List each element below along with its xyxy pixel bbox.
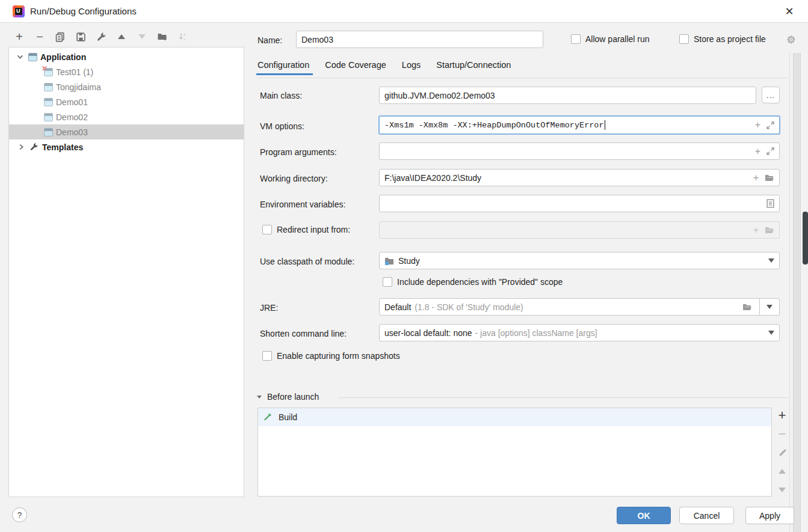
vm-options-input[interactable]: -Xms1m -Xmx8m -XX:+HeapDumpOnOutOfMemory… — [378, 115, 780, 135]
title-bar: Run/Debug Configurations ✕ — [0, 0, 808, 23]
before-launch-header[interactable]: Before launch — [256, 392, 319, 402]
application-icon — [44, 128, 53, 136]
shorten-command-line-dropdown[interactable]: user-local default: none - java [options… — [379, 324, 780, 341]
expand-editor-icon[interactable] — [766, 121, 774, 129]
environment-variables-label: Environment variables: — [260, 199, 345, 210]
intellij-logo-icon — [13, 5, 25, 17]
svg-text:z: z — [183, 37, 185, 41]
before-launch-list: Build — [258, 408, 772, 497]
application-icon — [44, 98, 53, 106]
vertical-scrollbar-thumb[interactable] — [803, 212, 808, 264]
chevron-down-icon[interactable] — [768, 258, 774, 263]
jre-dropdown[interactable]: Default (1.8 - SDK of 'Study' module) — [379, 298, 780, 316]
hammer-icon — [263, 412, 273, 422]
dialog-title: Run/Debug Configurations — [30, 6, 137, 16]
configurations-tree: Application ✕ Test01 (1) Tongjidaima Dem… — [8, 47, 244, 497]
gear-icon[interactable] — [786, 35, 796, 47]
tree-item-tongjidaima[interactable]: Tongjidaima — [9, 79, 244, 94]
main-class-input[interactable]: github.JVM.Demo02.Demo03 — [379, 87, 756, 104]
chevron-down-icon[interactable] — [760, 305, 779, 309]
macro-plus-icon[interactable]: + — [753, 173, 759, 183]
checkbox-box[interactable] — [571, 34, 581, 44]
classpath-module-dropdown[interactable]: Study — [379, 252, 780, 269]
before-launch-separator — [338, 397, 789, 398]
checkbox-box[interactable] — [383, 277, 392, 287]
browse-variables-icon[interactable] — [766, 199, 774, 208]
provided-scope-checkbox[interactable]: Include dependencies with "Provided" sco… — [383, 277, 563, 287]
remove-task-icon: − — [776, 429, 788, 439]
tree-item-templates[interactable]: Templates — [9, 139, 244, 154]
save-configuration-icon[interactable] — [75, 31, 87, 43]
vm-options-label: VM options: — [260, 121, 304, 132]
name-input[interactable]: Demo03 — [296, 31, 543, 48]
new-folder-icon[interactable] — [156, 31, 168, 43]
move-down-icon — [136, 31, 148, 43]
ok-button[interactable]: OK — [617, 507, 671, 524]
tree-item-demo02[interactable]: Demo02 — [9, 109, 244, 124]
tab-configuration[interactable]: Configuration — [258, 60, 309, 75]
collapse-triangle-icon[interactable] — [256, 394, 262, 400]
application-icon: ✕ — [44, 68, 53, 76]
content-right-separator — [789, 53, 790, 532]
add-configuration-icon[interactable]: + — [13, 31, 25, 43]
store-as-project-file-checkbox[interactable]: Store as project file — [679, 34, 766, 44]
cancel-button[interactable]: Cancel — [679, 507, 734, 524]
tabs-separator — [258, 78, 789, 78]
vertical-scrollbar-track[interactable] — [793, 53, 801, 532]
configurations-toolbar: + − az — [13, 28, 189, 46]
templates-wrench-icon — [29, 142, 39, 151]
jre-label: JRE: — [260, 302, 278, 313]
tree-item-demo03-selected[interactable]: Demo03 — [9, 124, 244, 139]
text-cursor — [605, 120, 605, 130]
configuration-tabs: Configuration Code Coverage Logs Startup… — [258, 60, 511, 75]
working-directory-input[interactable]: F:\java\IDEA2020.2\Study + — [379, 169, 780, 186]
expand-value-plus-icon[interactable]: + — [755, 147, 760, 156]
tab-code-coverage[interactable]: Code Coverage — [325, 60, 386, 75]
main-class-label: Main class: — [260, 90, 302, 101]
close-icon[interactable]: ✕ — [782, 4, 797, 19]
expand-value-plus-icon[interactable]: + — [755, 120, 760, 130]
edit-task-pencil-icon — [776, 447, 788, 458]
module-icon — [384, 257, 394, 265]
environment-variables-input[interactable] — [379, 195, 780, 212]
macro-plus-icon: + — [753, 225, 759, 235]
tree-item-application[interactable]: Application — [9, 49, 244, 64]
tab-logs[interactable]: Logs — [402, 60, 421, 75]
chevron-right-icon[interactable] — [16, 142, 26, 152]
tree-item-test01[interactable]: ✕ Test01 (1) — [9, 64, 244, 79]
edit-templates-wrench-icon[interactable] — [95, 31, 107, 43]
move-up-icon[interactable] — [116, 31, 128, 43]
expand-editor-icon[interactable] — [766, 147, 774, 155]
checkbox-box[interactable] — [262, 351, 272, 361]
help-button[interactable]: ? — [12, 507, 27, 522]
chevron-down-icon[interactable] — [15, 52, 25, 62]
before-launch-item-build[interactable]: Build — [258, 408, 771, 426]
folder-icon[interactable] — [765, 174, 774, 182]
checkbox-box[interactable] — [262, 225, 272, 234]
allow-parallel-run-checkbox[interactable]: Allow parallel run — [571, 34, 650, 44]
apply-button[interactable]: Apply — [745, 507, 794, 524]
name-label: Name: — [258, 35, 282, 46]
folder-icon[interactable] — [742, 303, 752, 311]
chevron-down-icon[interactable] — [768, 331, 774, 335]
run-debug-configurations-dialog: Run/Debug Configurations ✕ + − az — [0, 0, 808, 532]
tree-item-demo01[interactable]: Demo01 — [9, 94, 244, 109]
checkbox-box[interactable] — [679, 34, 689, 44]
move-task-down-icon — [776, 485, 788, 495]
error-badge-icon: ✕ — [42, 64, 48, 73]
form-snapshots-checkbox[interactable]: Enable capturing form snapshots — [262, 351, 400, 361]
shorten-command-line-label: Shorten command line: — [260, 328, 347, 339]
sort-alphabetically-icon: az — [177, 31, 189, 43]
browse-main-class-button[interactable]: ... — [762, 87, 780, 103]
move-task-up-icon — [776, 466, 788, 477]
classpath-module-label: Use classpath of module: — [260, 256, 354, 267]
add-task-icon[interactable]: + — [776, 410, 788, 421]
redirect-input-field: + — [379, 221, 780, 239]
copy-configuration-icon[interactable] — [54, 31, 66, 43]
remove-configuration-icon[interactable]: − — [34, 31, 46, 43]
tab-startup-connection[interactable]: Startup/Connection — [436, 60, 511, 75]
program-arguments-label: Program arguments: — [260, 147, 337, 157]
program-arguments-input[interactable]: + — [379, 142, 780, 160]
redirect-input-checkbox[interactable]: Redirect input from: — [262, 225, 350, 234]
application-icon — [44, 83, 53, 91]
